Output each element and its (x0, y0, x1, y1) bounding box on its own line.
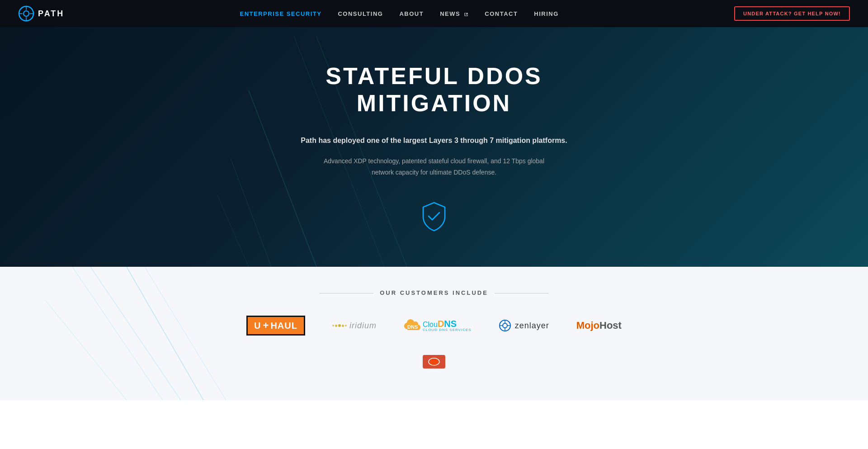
cloudns-cloud-icon: DNS (404, 318, 422, 333)
nav-link-consulting[interactable]: CONSULTING (338, 10, 383, 17)
nav-link-about[interactable]: ABOUT (399, 10, 424, 17)
navbar: PATH ENTERPRISE SECURITY CONSULTING ABOU… (0, 0, 868, 27)
nav-item-about[interactable]: ABOUT (399, 9, 424, 18)
partial-logo-icon (420, 353, 448, 371)
nav-item-contact[interactable]: CONTACT (485, 9, 518, 18)
nav-menu: ENTERPRISE SECURITY CONSULTING ABOUT NEW… (240, 9, 559, 18)
cloudns-logo-box: DNS ClouDNS CLOUD DNS SERVICES (404, 318, 472, 333)
mojohost-m: M (576, 320, 585, 331)
cloudns-subtitle: CLOUD DNS SERVICES (423, 328, 472, 332)
hero-content: STATEFUL DDOS MITIGATION Path has deploy… (262, 35, 606, 259)
zenlayer-logo-box: zenlayer (499, 319, 549, 332)
nav-item-hiring[interactable]: HIRING (534, 9, 559, 18)
customers-logos-row: U + HAUL iridium (9, 314, 859, 337)
nav-item-enterprise-security[interactable]: ENTERPRISE SECURITY (240, 9, 322, 18)
iridium-dot-1 (332, 325, 334, 326)
nav-link-contact[interactable]: CONTACT (485, 10, 518, 17)
cloudns-text-wrap: ClouDNS CLOUD DNS SERVICES (423, 319, 472, 332)
mojohost-host: Host (599, 320, 622, 331)
svg-point-14 (503, 323, 507, 328)
customers-logos-row-2 (9, 350, 859, 373)
customers-section: OUR CUSTOMERS INCLUDE U + HAUL iridium (0, 267, 868, 400)
iridium-logo-box: iridium (332, 321, 377, 331)
iridium-dots (332, 324, 347, 327)
logo-link[interactable]: PATH (18, 5, 64, 22)
hero-title: STATEFUL DDOS MITIGATION (271, 62, 597, 117)
uhaul-logo-box: U + HAUL (246, 316, 305, 336)
uhaul-plus: + (263, 320, 269, 331)
hero-description: Advanced XDP technology, patented statef… (271, 156, 597, 178)
nav-item-news[interactable]: NEWS (440, 9, 468, 18)
mojohost-logo-box: M ojo Host (576, 320, 622, 331)
customer-logo-iridium: iridium (332, 314, 377, 337)
uhaul-haul: HAUL (270, 321, 297, 331)
cloudns-ns: NS (444, 319, 457, 329)
cloudns-clo: Clou (423, 321, 438, 328)
zenlayer-text: zenlayer (515, 321, 549, 331)
nav-item-consulting[interactable]: CONSULTING (338, 9, 383, 18)
svg-text:DNS: DNS (407, 324, 418, 330)
cloudns-main-text: ClouDNS (423, 319, 472, 328)
external-link-icon (464, 12, 468, 17)
shield-icon-wrap (271, 201, 597, 232)
customers-section-title: OUR CUSTOMERS INCLUDE (9, 289, 859, 296)
uhaul-text: U (254, 321, 261, 331)
iridium-dot-4 (342, 325, 344, 327)
path-logo-icon (18, 5, 34, 22)
nav-link-hiring[interactable]: HIRING (534, 10, 559, 17)
customer-logo-cloudns: DNS ClouDNS CLOUD DNS SERVICES (404, 314, 472, 337)
mojohost-ojo: ojo (585, 320, 599, 331)
iridium-dot-3 (338, 324, 341, 327)
hero-subtitle: Path has deployed one of the largest Lay… (271, 135, 597, 147)
iridium-text: iridium (349, 321, 377, 331)
logo-text: PATH (38, 9, 64, 19)
nav-link-enterprise-security[interactable]: ENTERPRISE SECURITY (240, 10, 322, 17)
zenlayer-circle-icon (499, 319, 511, 332)
iridium-dot-2 (335, 325, 337, 327)
customer-logo-mojohost: M ojo Host (576, 314, 622, 337)
shield-icon (420, 201, 448, 232)
svg-point-1 (24, 11, 29, 16)
svg-line-6 (217, 194, 249, 267)
nav-link-news[interactable]: NEWS (440, 10, 468, 17)
customer-logo-partial (420, 350, 448, 373)
customer-logo-zenlayer: zenlayer (499, 314, 549, 337)
cloudns-u: D (438, 319, 444, 329)
cta-button[interactable]: UNDER ATTACK? GET HELP NOW! (734, 6, 850, 21)
hero-section: STATEFUL DDOS MITIGATION Path has deploy… (0, 0, 868, 267)
iridium-dot-5 (345, 325, 347, 326)
customer-logo-uhaul: U + HAUL (246, 314, 305, 337)
